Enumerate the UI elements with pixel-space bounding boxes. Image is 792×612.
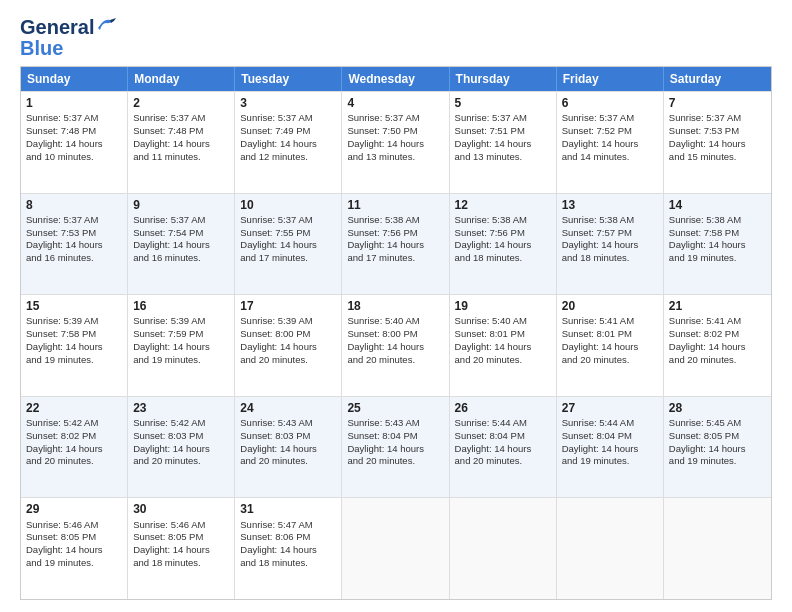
day-info-line: Sunset: 7:50 PM [347, 125, 443, 138]
calendar-day-27: 27Sunrise: 5:44 AMSunset: 8:04 PMDayligh… [557, 397, 664, 498]
day-info-line: Sunrise: 5:39 AM [240, 315, 336, 328]
calendar-day-30: 30Sunrise: 5:46 AMSunset: 8:05 PMDayligh… [128, 498, 235, 599]
day-number: 1 [26, 95, 122, 111]
weekday-header-tuesday: Tuesday [235, 67, 342, 91]
day-number: 9 [133, 197, 229, 213]
day-number: 18 [347, 298, 443, 314]
day-info-line: Daylight: 14 hours [133, 544, 229, 557]
calendar-body: 1Sunrise: 5:37 AMSunset: 7:48 PMDaylight… [21, 91, 771, 599]
day-info-line: and 13 minutes. [347, 151, 443, 164]
day-info-line: Daylight: 14 hours [347, 239, 443, 252]
day-info-line: Sunset: 7:56 PM [347, 227, 443, 240]
calendar-day-24: 24Sunrise: 5:43 AMSunset: 8:03 PMDayligh… [235, 397, 342, 498]
day-info-line: Sunrise: 5:37 AM [562, 112, 658, 125]
day-number: 29 [26, 501, 122, 517]
day-info-line: Sunset: 8:02 PM [26, 430, 122, 443]
day-info-line: Daylight: 14 hours [562, 443, 658, 456]
day-info-line: Daylight: 14 hours [562, 239, 658, 252]
calendar-header: SundayMondayTuesdayWednesdayThursdayFrid… [21, 67, 771, 91]
day-info-line: Daylight: 14 hours [240, 544, 336, 557]
calendar-day-14: 14Sunrise: 5:38 AMSunset: 7:58 PMDayligh… [664, 194, 771, 295]
calendar-day-17: 17Sunrise: 5:39 AMSunset: 8:00 PMDayligh… [235, 295, 342, 396]
day-info-line: Sunrise: 5:37 AM [455, 112, 551, 125]
day-info-line: Sunset: 8:00 PM [240, 328, 336, 341]
day-info-line: and 10 minutes. [26, 151, 122, 164]
day-info-line: Sunset: 8:04 PM [562, 430, 658, 443]
day-info-line: Sunrise: 5:44 AM [455, 417, 551, 430]
day-number: 19 [455, 298, 551, 314]
logo: General Blue [20, 16, 118, 60]
day-info-line: Sunrise: 5:38 AM [669, 214, 766, 227]
day-info-line: Daylight: 14 hours [240, 239, 336, 252]
day-info-line: and 19 minutes. [26, 557, 122, 570]
day-info-line: Sunrise: 5:43 AM [240, 417, 336, 430]
day-info-line: Sunset: 7:54 PM [133, 227, 229, 240]
weekday-header-wednesday: Wednesday [342, 67, 449, 91]
calendar-day-16: 16Sunrise: 5:39 AMSunset: 7:59 PMDayligh… [128, 295, 235, 396]
day-info-line: and 17 minutes. [240, 252, 336, 265]
calendar-day-28: 28Sunrise: 5:45 AMSunset: 8:05 PMDayligh… [664, 397, 771, 498]
empty-cell [557, 498, 664, 599]
day-info-line: Daylight: 14 hours [669, 341, 766, 354]
calendar-day-10: 10Sunrise: 5:37 AMSunset: 7:55 PMDayligh… [235, 194, 342, 295]
day-info-line: and 18 minutes. [562, 252, 658, 265]
day-info-line: Sunset: 8:01 PM [455, 328, 551, 341]
day-info-line: Sunset: 7:53 PM [26, 227, 122, 240]
empty-cell [342, 498, 449, 599]
day-info-line: Sunrise: 5:38 AM [562, 214, 658, 227]
calendar-day-25: 25Sunrise: 5:43 AMSunset: 8:04 PMDayligh… [342, 397, 449, 498]
day-number: 12 [455, 197, 551, 213]
empty-cell [450, 498, 557, 599]
calendar-day-15: 15Sunrise: 5:39 AMSunset: 7:58 PMDayligh… [21, 295, 128, 396]
day-info-line: Sunrise: 5:40 AM [347, 315, 443, 328]
day-info-line: Daylight: 14 hours [347, 443, 443, 456]
day-info-line: and 20 minutes. [26, 455, 122, 468]
day-info-line: Sunset: 7:48 PM [133, 125, 229, 138]
day-info-line: Sunset: 8:02 PM [669, 328, 766, 341]
day-number: 3 [240, 95, 336, 111]
day-info-line: and 18 minutes. [240, 557, 336, 570]
day-info-line: Daylight: 14 hours [133, 138, 229, 151]
day-number: 8 [26, 197, 122, 213]
weekday-header-saturday: Saturday [664, 67, 771, 91]
calendar-row: 8Sunrise: 5:37 AMSunset: 7:53 PMDaylight… [21, 193, 771, 295]
day-info-line: Sunrise: 5:44 AM [562, 417, 658, 430]
day-number: 25 [347, 400, 443, 416]
day-info-line: Daylight: 14 hours [26, 443, 122, 456]
day-info-line: Sunset: 8:00 PM [347, 328, 443, 341]
calendar-day-2: 2Sunrise: 5:37 AMSunset: 7:48 PMDaylight… [128, 92, 235, 193]
calendar-day-8: 8Sunrise: 5:37 AMSunset: 7:53 PMDaylight… [21, 194, 128, 295]
day-info-line: Daylight: 14 hours [455, 341, 551, 354]
weekday-header-sunday: Sunday [21, 67, 128, 91]
day-number: 24 [240, 400, 336, 416]
day-info-line: Sunset: 8:03 PM [240, 430, 336, 443]
day-info-line: Sunrise: 5:46 AM [26, 519, 122, 532]
day-info-line: Sunrise: 5:42 AM [133, 417, 229, 430]
calendar-day-6: 6Sunrise: 5:37 AMSunset: 7:52 PMDaylight… [557, 92, 664, 193]
calendar-day-9: 9Sunrise: 5:37 AMSunset: 7:54 PMDaylight… [128, 194, 235, 295]
day-info-line: and 20 minutes. [455, 455, 551, 468]
day-info-line: Sunset: 8:03 PM [133, 430, 229, 443]
empty-cell [664, 498, 771, 599]
weekday-header-monday: Monday [128, 67, 235, 91]
day-info-line: Sunrise: 5:46 AM [133, 519, 229, 532]
day-info-line: and 14 minutes. [562, 151, 658, 164]
day-info-line: Sunrise: 5:47 AM [240, 519, 336, 532]
day-info-line: Sunrise: 5:37 AM [669, 112, 766, 125]
calendar-row: 1Sunrise: 5:37 AMSunset: 7:48 PMDaylight… [21, 91, 771, 193]
day-info-line: and 11 minutes. [133, 151, 229, 164]
page: General Blue SundayMondayTuesdayWednesda… [0, 0, 792, 612]
day-info-line: Sunrise: 5:41 AM [562, 315, 658, 328]
day-info-line: Sunset: 7:55 PM [240, 227, 336, 240]
day-info-line: and 18 minutes. [455, 252, 551, 265]
day-number: 10 [240, 197, 336, 213]
day-info-line: Sunset: 8:04 PM [455, 430, 551, 443]
day-number: 26 [455, 400, 551, 416]
day-info-line: Sunrise: 5:37 AM [26, 112, 122, 125]
day-info-line: Sunrise: 5:40 AM [455, 315, 551, 328]
day-info-line: Daylight: 14 hours [26, 544, 122, 557]
weekday-header-thursday: Thursday [450, 67, 557, 91]
day-info-line: Sunset: 8:01 PM [562, 328, 658, 341]
day-number: 4 [347, 95, 443, 111]
weekday-header-friday: Friday [557, 67, 664, 91]
